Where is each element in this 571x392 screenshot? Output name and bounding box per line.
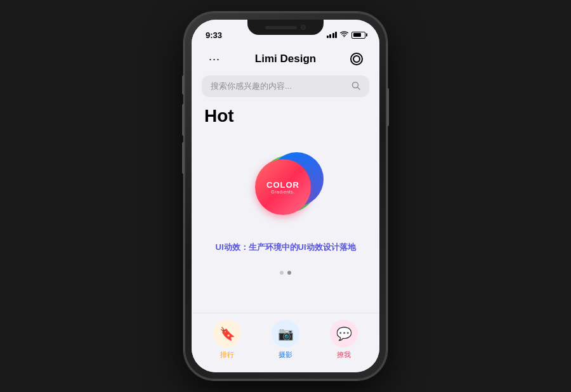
chat-icon: 💬 (336, 326, 352, 341)
power-button (387, 88, 389, 126)
silent-button (182, 75, 184, 95)
status-time: 9:33 (206, 30, 222, 40)
volume-up-button (182, 104, 184, 136)
me-icon-circle: 💬 (330, 320, 358, 348)
app-header: ··· Limi Design (192, 44, 379, 75)
dots-icon: ··· (209, 53, 220, 66)
app-title: Limi Design (225, 53, 346, 65)
volume-down-button (182, 142, 184, 174)
more-button[interactable]: ··· (204, 49, 225, 69)
search-icon (351, 81, 360, 92)
featured-card: COLOR Gradients. UI动效：生产环境中的UI动效设计落地 (192, 136, 379, 263)
pagination-dot-2 (287, 271, 291, 275)
scan-button[interactable] (346, 49, 367, 69)
battery-icon (351, 32, 365, 39)
bookmark-icon: 🔖 (220, 326, 235, 341)
signal-icon (327, 32, 338, 38)
search-bar[interactable]: 搜索你感兴趣的内容... (202, 75, 369, 97)
status-icons (327, 31, 366, 39)
pagination-dots (192, 263, 379, 280)
section-hot-title: Hot (192, 106, 379, 136)
speaker (265, 26, 297, 29)
photo-icon-circle: 📷 (272, 320, 299, 348)
ranking-icon-circle: 🔖 (213, 320, 241, 348)
wifi-icon (340, 31, 348, 39)
notch (247, 20, 324, 35)
svg-line-1 (358, 87, 360, 89)
pagination-dot-1 (280, 271, 284, 275)
nav-item-photo[interactable]: 📷 摄影 (266, 320, 305, 360)
bottom-nav: 🔖 排行 📷 摄影 💬 撩我 (192, 313, 379, 372)
nav-item-me[interactable]: 💬 撩我 (325, 320, 363, 360)
gradients-label: Gradients. (271, 190, 294, 194)
camera-icon: 📷 (278, 326, 294, 341)
scan-icon (350, 53, 363, 65)
search-placeholder: 搜索你感兴趣的内容... (211, 81, 346, 92)
front-camera (301, 25, 306, 30)
circle-red: COLOR Gradients. (255, 159, 311, 215)
color-graphic: COLOR Gradients. (241, 143, 330, 232)
content-area: Hot COLOR Gradients. UI动效：生产环境中的UI动效设计落地 (192, 106, 379, 313)
phone-mockup: 9:33 (184, 12, 387, 380)
me-label: 撩我 (337, 350, 351, 360)
color-label: COLOR (266, 180, 299, 190)
card-caption: UI动效：生产环境中的UI动效设计落地 (203, 242, 369, 253)
photo-label: 摄影 (279, 350, 292, 360)
ranking-label: 排行 (220, 350, 234, 360)
phone-screen: 9:33 (192, 20, 379, 372)
nav-item-ranking[interactable]: 🔖 排行 (208, 320, 246, 360)
